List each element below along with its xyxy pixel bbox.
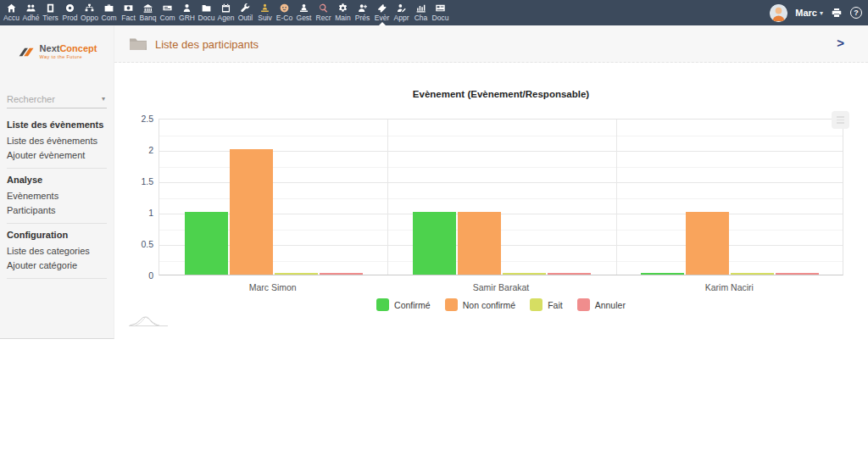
sidebar-item-ajouter-cat-gorie[interactable]: Ajouter catégorie — [0, 258, 114, 272]
person-plus-icon — [357, 3, 368, 14]
legend-item-annuler[interactable]: Annuler — [577, 298, 626, 311]
top-navbar: AccuAdhéTiersProdOppoComFactBanqComGRHDo… — [0, 0, 868, 25]
legend-swatch — [376, 298, 389, 311]
help-button[interactable]: ? — [850, 7, 862, 19]
nav-item-label: Evèr — [375, 14, 389, 22]
legend-label: Confirmé — [394, 300, 431, 310]
sidebar-item-ajouter-v-nement[interactable]: Ajouter évènement — [0, 147, 114, 162]
nav-item-com[interactable]: Com — [99, 0, 119, 25]
sidebar-item-liste-des-v-nements[interactable]: Liste des évènements — [0, 133, 114, 147]
search-box: ▾ — [7, 90, 107, 108]
nav-item-cha[interactable]: Cha — [411, 0, 431, 25]
wrench-icon — [240, 3, 251, 14]
nav-item-outil[interactable]: Outil — [236, 0, 255, 25]
nav-item-com[interactable]: Com — [158, 0, 177, 25]
nav-item-label: Cha — [415, 14, 428, 22]
sidebar-section-title: Liste des évènements — [0, 114, 114, 133]
legend-item-fait[interactable]: Fait — [530, 298, 563, 311]
nav-item-fact[interactable]: Fact — [119, 0, 138, 25]
nav-item-eco[interactable]: E-Co — [275, 0, 294, 25]
briefcase-icon — [103, 3, 114, 14]
nav-item-docu[interactable]: Docu — [197, 0, 216, 25]
nav-item-label: Fact — [121, 14, 136, 22]
chevron-right-icon[interactable]: > — [837, 36, 844, 50]
search-input[interactable] — [7, 94, 100, 104]
nav-item-docu[interactable]: Docu — [431, 0, 450, 25]
gridline-v — [387, 120, 388, 275]
nav-item-accu[interactable]: Accu — [2, 0, 21, 25]
logo: NextConcept Way to the Future — [0, 44, 114, 59]
chart-title: Evènement (Evènement/Responsable) — [159, 89, 843, 99]
nav-item-label: Banq — [140, 14, 157, 22]
legend-item-non-confirm-[interactable]: Non confirmé — [445, 298, 515, 311]
sidebar-section-title: Analyse — [0, 169, 114, 188]
bank-icon — [142, 3, 153, 14]
nav-item-banq[interactable]: Banq — [138, 0, 158, 25]
nav-item-label: Prés — [355, 14, 370, 22]
sidebar-item-liste-des-categories[interactable]: Liste des categories — [0, 243, 114, 258]
x-category-label: Karim Naciri — [615, 282, 843, 292]
sidebar-item-participants[interactable]: Participants — [0, 203, 114, 217]
nav-item-grh[interactable]: GRH — [177, 0, 197, 25]
search-caret-icon[interactable]: ▾ — [100, 95, 107, 103]
folder-icon — [201, 3, 212, 14]
nav-item-agen[interactable]: Agen — [216, 0, 236, 25]
nav-item-label: Com — [102, 14, 117, 22]
users-icon — [25, 3, 36, 14]
sidebar: NextConcept Way to the Future ▾ Liste de… — [0, 25, 114, 339]
main-menu: AccuAdhéTiersProdOppoComFactBanqComGRHDo… — [2, 0, 450, 25]
nav-item-suiv[interactable]: Suiv — [255, 0, 275, 25]
nav-item-oppo[interactable]: Oppo — [80, 0, 99, 25]
gear-icon — [337, 3, 348, 14]
avatar[interactable] — [770, 4, 787, 22]
legend-swatch — [577, 298, 590, 311]
x-category-label: Marc Simon — [159, 282, 387, 292]
face-icon — [279, 3, 290, 14]
y-tick-label: 2 — [114, 145, 153, 155]
nav-item-prs[interactable]: Prés — [353, 0, 372, 25]
chart-menu-button[interactable] — [832, 111, 849, 129]
legend-item-confirm-[interactable]: Confirmé — [376, 298, 431, 311]
search-person-icon — [318, 3, 329, 14]
bar-non-confirm- — [458, 212, 501, 275]
nav-item-recr[interactable]: Recr — [314, 0, 333, 25]
bar-confirm- — [185, 212, 228, 275]
nav-item-label: Accu — [3, 14, 19, 22]
brand-tagline: Way to the Future — [40, 54, 97, 59]
nav-item-tiers[interactable]: Tiers — [41, 0, 60, 25]
page-title: Liste des participants — [155, 38, 259, 51]
bar-confirm- — [641, 273, 684, 275]
user-name: Marc — [795, 8, 817, 18]
nav-item-label: Outil — [238, 14, 253, 22]
nav-item-label: GRH — [179, 14, 195, 22]
calendar-icon — [220, 3, 231, 14]
sparkline-icon — [129, 309, 168, 331]
person-pen-icon — [396, 3, 407, 14]
nav-item-label: Prod — [63, 14, 78, 22]
product-icon — [64, 3, 75, 14]
door-icon — [45, 3, 56, 14]
logo-swoosh-icon — [17, 46, 37, 58]
print-button[interactable] — [831, 7, 843, 19]
nav-item-evr[interactable]: Evèr — [372, 0, 392, 25]
nav-item-appr[interactable]: Appr — [392, 0, 411, 25]
nav-item-label: Main — [335, 14, 350, 22]
bar-annuler — [548, 273, 591, 275]
nav-item-label: E-Co — [276, 14, 292, 22]
home-icon — [6, 3, 17, 14]
chevron-down-icon: ▾ — [820, 9, 823, 17]
user-menu[interactable]: Marc ▾ — [795, 8, 823, 18]
gridline-v — [616, 120, 617, 275]
y-tick-label: 1 — [114, 208, 153, 218]
nav-item-prod[interactable]: Prod — [60, 0, 80, 25]
nav-item-main[interactable]: Main — [333, 0, 353, 25]
nav-item-gest[interactable]: Gest — [294, 0, 314, 25]
legend-label: Annuler — [595, 300, 626, 310]
nav-item-label: Gest — [297, 14, 312, 22]
sidebar-divider — [7, 278, 107, 279]
sidebar-item-ev-nements[interactable]: Evènements — [0, 188, 114, 203]
nav-item-adh[interactable]: Adhé — [21, 0, 41, 25]
bar-fait — [503, 273, 546, 275]
x-category-label: Samir Barakat — [387, 282, 615, 292]
y-tick-label: 0.5 — [114, 239, 153, 249]
